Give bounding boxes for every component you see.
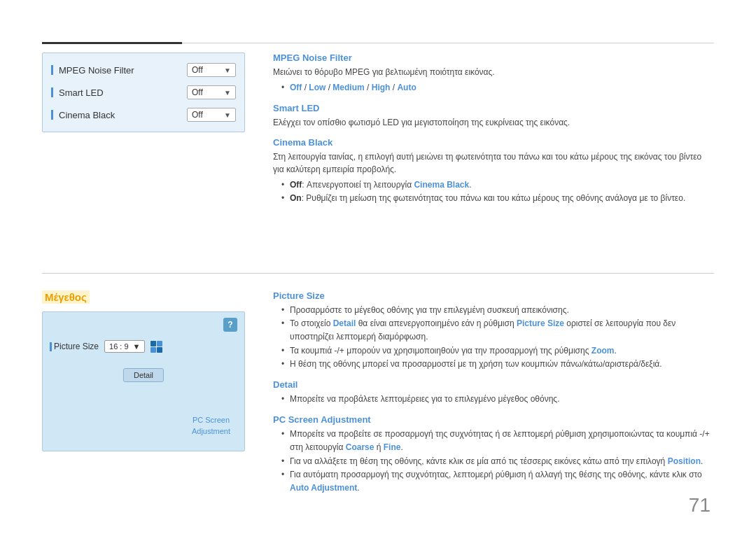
mpeg-high-link: High — [372, 83, 391, 92]
preview-panel: ? Picture Size 16 : 9 ▼ Detail PC Screen… — [42, 311, 245, 451]
picture-size-link: Picture Size — [517, 318, 564, 328]
top-line-light — [182, 43, 714, 43]
settings-panel: MPEG Noise Filter Off ▼ Smart LED Off ▼ … — [42, 52, 245, 132]
settings-box: MPEG Noise Filter Off ▼ Smart LED Off ▼ … — [42, 52, 245, 132]
mpeg-noise-filter-dropdown[interactable]: Off ▼ — [187, 63, 236, 77]
coarse-link: Coarse — [346, 442, 374, 452]
chevron-down-icon: ▼ — [224, 89, 231, 97]
grid-icon — [150, 341, 162, 353]
smart-led-label: Smart LED — [51, 87, 104, 98]
smart-led-row: Smart LED Off ▼ — [51, 81, 236, 104]
mpeg-noise-filter-text: Μειώνει το θόρυβο MPEG για βελτιωμένη πο… — [273, 66, 714, 78]
detail-link: Detail — [333, 318, 356, 328]
cinema-black-bullet1: Off: Απενεργοποιεί τη λειτουργία Cinema … — [281, 178, 714, 192]
pc-screen-bullet2: Για να αλλάξετε τη θέση της οθόνης, κάντ… — [281, 455, 714, 468]
pc-screen-bullet1: Μπορείτε να προβείτε σε προσαρμογή της σ… — [281, 428, 714, 454]
chevron-down-icon: ▼ — [133, 342, 141, 351]
middle-divider — [42, 273, 714, 274]
picture-size-bullet4: Η θέση της οθόνης μπορεί να προσαρμοστεί… — [281, 358, 714, 371]
bottom-descriptions-panel: Picture Size Προσαρμόστε το μέγεθος οθόν… — [273, 290, 714, 495]
mpeg-noise-filter-label: MPEG Noise Filter — [51, 65, 134, 76]
detail-bullet1: Μπορείτε να προβάλετε λεπτομέρειες για τ… — [281, 393, 714, 406]
mpeg-noise-filter-row: MPEG Noise Filter Off ▼ — [51, 59, 236, 81]
picture-size-title: Picture Size — [273, 290, 714, 301]
smart-led-text: Ελέγχει τον οπίσθιο φωτισμό LED για μεγι… — [273, 116, 714, 129]
pc-screen-label: PC Screen Adjustment — [192, 415, 230, 437]
top-descriptions-panel: MPEG Noise Filter Μειώνει το θόρυβο MPEG… — [273, 52, 714, 206]
cinema-black-off-link: Cinema Black — [414, 180, 469, 190]
position-link: Position — [668, 456, 701, 466]
cinema-black-list: Off: Απενεργοποιεί τη λειτουργία Cinema … — [273, 178, 714, 205]
mpeg-options-item: Off / Low / Medium / High / Auto — [281, 81, 714, 94]
cinema-black-row: Cinema Black Off ▼ — [51, 104, 236, 126]
chevron-down-icon: ▼ — [224, 111, 231, 119]
fine-link: Fine — [384, 442, 401, 452]
preview-picture-size-row: Picture Size 16 : 9 ▼ — [50, 340, 237, 353]
cinema-black-title: Cinema Black — [273, 137, 714, 148]
mpeg-medium-link: Medium — [332, 83, 364, 92]
top-lines — [0, 42, 756, 44]
detail-button[interactable]: Detail — [123, 368, 164, 382]
preview-picture-size-dropdown[interactable]: 16 : 9 ▼ — [104, 340, 145, 353]
picture-size-bullet2: Το στοιχείο Detail θα είναι απενεργοποιη… — [281, 317, 714, 344]
detail-title: Detail — [273, 379, 714, 390]
smart-led-title: Smart LED — [273, 103, 714, 113]
pc-screen-list: Μπορείτε να προβείτε σε προσαρμογή της σ… — [273, 428, 714, 495]
cinema-black-text1: Στη λειτουργία ταινίας, η επιλογή αυτή μ… — [273, 150, 714, 176]
mpeg-options-list: Off / Low / Medium / High / Auto — [273, 81, 714, 94]
picture-size-bullet3: Τα κουμπιά -/+ μπορούν να χρησιμοποιηθού… — [281, 344, 714, 358]
picture-size-bullet1: Προσαρμόστε το μέγεθος οθόνης για την επ… — [281, 304, 714, 317]
zoom-link: Zoom — [592, 346, 615, 356]
page-number: 71 — [689, 494, 710, 517]
auto-adjustment-link: Auto Adjustment — [290, 483, 357, 493]
mpeg-off-link: Off — [290, 83, 302, 92]
cinema-black-label: Cinema Black — [51, 110, 115, 120]
chevron-down-icon: ▼ — [224, 66, 231, 74]
pc-screen-bullet3: Για αυτόματη προσαρμογή της συχνότητας, … — [281, 468, 714, 495]
pc-screen-adjustment-title: PC Screen Adjustment — [273, 414, 714, 425]
preview-picture-size-label: Picture Size — [50, 342, 99, 351]
picture-size-list: Προσαρμόστε το μέγεθος οθόνης για την επ… — [273, 304, 714, 371]
megethos-label: Μέγεθος — [42, 290, 90, 304]
preview-box: ? Picture Size 16 : 9 ▼ Detail PC Screen… — [42, 311, 245, 451]
smart-led-dropdown[interactable]: Off ▼ — [187, 85, 236, 99]
top-line-dark — [42, 42, 182, 44]
detail-list: Μπορείτε να προβάλετε λεπτομέρειες για τ… — [273, 393, 714, 406]
cinema-black-dropdown[interactable]: Off ▼ — [187, 108, 236, 122]
cinema-black-bullet2: On: Ρυθμίζει τη μείωση της φωτεινότητας … — [281, 192, 714, 205]
mpeg-noise-filter-title: MPEG Noise Filter — [273, 52, 714, 63]
mpeg-auto-link: Auto — [397, 83, 416, 92]
mpeg-low-link: Low — [309, 83, 326, 92]
question-mark-icon[interactable]: ? — [223, 318, 237, 332]
